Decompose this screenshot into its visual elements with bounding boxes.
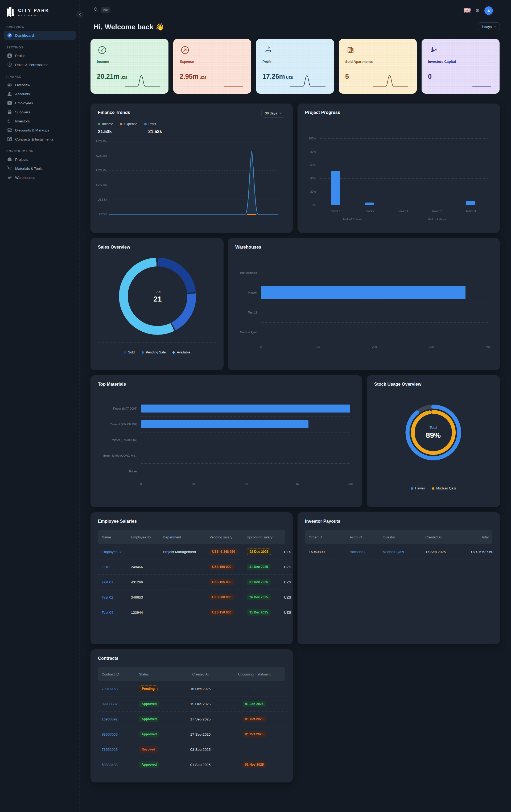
id-card-icon (7, 119, 12, 124)
user-avatar[interactable]: A (484, 6, 493, 15)
bar-cement-234234234[interactable] (141, 420, 309, 428)
gridline (141, 432, 350, 433)
sidebar-item-roles-permissions[interactable]: Roles & Permissions (4, 60, 76, 69)
sidebar-collapse-button[interactable] (76, 11, 83, 18)
cell-contract-id: 89983532 (98, 702, 135, 706)
cell-employee-id: 123944 (127, 611, 159, 614)
cell-status: Approved (135, 761, 175, 768)
card-title: Stock Usage Overview (374, 382, 421, 387)
row-label-test-11: Test 11 (228, 311, 257, 314)
sidebar-item-label: Overview (15, 83, 30, 87)
sidebar-nav: OVERVIEWDashboardSETTINGSProfileRoles & … (4, 26, 76, 182)
x-tick-label: 400 (481, 345, 495, 348)
stat-card-profit[interactable]: Profit17.26mUZS (256, 39, 334, 94)
search-shortcut-badge: ⌘K (101, 7, 110, 13)
bar-tower-3[interactable] (466, 201, 475, 205)
legend-item-haweli: Haweli (411, 487, 425, 490)
stat-card-expense[interactable]: Expense2.95mUZS (173, 39, 251, 94)
cell-upcoming-instalment: 01 Jan 2026 (226, 701, 283, 707)
column-header-total: Total (467, 535, 492, 539)
table-link[interactable]: Mudasir Qazi (383, 550, 404, 554)
bar-haweli[interactable] (261, 286, 465, 299)
badge-22-dec-2025: 22 Dec 2025 (247, 548, 271, 555)
stat-card-income[interactable]: Income20.21mUZS (90, 39, 168, 94)
table-link[interactable]: 60333488 (102, 763, 118, 767)
legend-dot (432, 487, 434, 490)
badge-01-nov-2025: 01 Nov 2025 (242, 761, 266, 768)
badge-01-oct-2025: 01 Oct 2025 (243, 716, 266, 722)
table-row: 16960892Approved17 Sep 202501 Oct 2025 (98, 712, 288, 727)
cell-name: Employee 3 (98, 550, 127, 554)
table-link[interactable]: 89983532 (102, 702, 118, 706)
sidebar-item-overview[interactable]: Overview (4, 80, 76, 89)
table-header: Contract IDStatusCreated AtUpcoming Inst… (98, 667, 285, 681)
sidebar-item-investors[interactable]: Investors (4, 117, 76, 126)
x-tick-label: 0 (134, 482, 148, 486)
x-tick-label: 0 (254, 345, 267, 348)
svg-text:UZS 0: UZS 0 (99, 213, 107, 216)
gridline (319, 152, 488, 152)
global-search[interactable]: ⌘K (94, 7, 110, 13)
legend-dot (98, 123, 100, 125)
svg-text:UZS 10k: UZS 10k (96, 183, 107, 186)
finance-legend-values: 21.53k21.53k (98, 129, 284, 136)
table-row: Test 01431266UZS 165 00031 Dec 2025UZS (98, 575, 293, 590)
bar-tower-2[interactable] (365, 203, 374, 205)
gridline (141, 463, 350, 464)
sidebar: CITY PARK RESIDENCE OVERVIEWDashboardSET… (0, 0, 80, 812)
y-tick-label: 0% (312, 203, 316, 206)
calendar-box-icon (7, 110, 12, 115)
sidebar-item-profile[interactable]: Profile (4, 51, 76, 60)
row-label-cement-234234234: Cement (234234234) (92, 423, 137, 426)
language-flag-icon[interactable] (464, 8, 471, 13)
table-link[interactable]: Employee 3 (102, 550, 120, 554)
bar-tower-1[interactable] (331, 171, 340, 205)
table-link[interactable]: 78552025 (102, 748, 118, 752)
row-label-mat-0007: Песок (MAT-0007) (92, 407, 137, 410)
settings-gear-icon[interactable]: ⚙ (475, 8, 480, 13)
sidebar-item-label: Profile (15, 54, 25, 58)
sidebar-item-discounts-markups[interactable]: Discounts & Markups (4, 126, 76, 135)
sidebar-item-dashboard[interactable]: Dashboard (4, 31, 76, 40)
cell-upcoming-salary: 26 Dec 2025 (243, 594, 280, 601)
sidebar-item-employees[interactable]: Employees (4, 98, 76, 108)
row-label-burj-alkhalifa: Burj Alkhalifa (228, 271, 257, 274)
sidebar-item-warehouses[interactable]: Warehouses (4, 173, 76, 182)
arrow-down-left-icon (97, 45, 108, 55)
sidebar-item-materials-tools[interactable]: Materials & Tools (4, 164, 76, 173)
brand-logo[interactable]: CITY PARK RESIDENCE (4, 5, 76, 20)
wallet-icon (7, 83, 12, 88)
sidebar-item-projects[interactable]: Projects (4, 155, 76, 164)
badge-uzs-165-000: UZS 165 000 (209, 579, 234, 585)
table-link[interactable]: 93607056 (102, 732, 118, 736)
stat-card-investors-capital[interactable]: Investors Capital0 (422, 39, 500, 94)
card-title: Project Progress (305, 110, 340, 115)
table-link[interactable]: Account 1 (350, 550, 366, 554)
bar-mat-0007[interactable] (141, 405, 350, 412)
table-link[interactable]: Test 04 (102, 611, 113, 614)
sidebar-item-contracts-instalments[interactable]: Contracts & Instalments (4, 135, 76, 144)
cart-icon (7, 166, 12, 171)
card-title: Top Materials (98, 382, 126, 387)
gridline (261, 263, 488, 263)
table-link[interactable]: Test 01 (102, 580, 113, 584)
finance-range-dropdown[interactable]: 30 days (261, 109, 285, 118)
card-title: Finance Trends (98, 110, 130, 115)
table-link[interactable]: Test 02 (102, 596, 113, 599)
table-link[interactable]: 16960892 (102, 717, 118, 721)
table-link[interactable]: 79016168 (102, 687, 118, 691)
legend-label: Income (102, 122, 113, 126)
badge-approved: Approved (139, 701, 160, 707)
cell-status: Approved (135, 701, 175, 707)
cell-pending-salary: UZS 150 000 (206, 609, 243, 616)
date-range-dropdown[interactable]: 7 days (478, 22, 500, 31)
cell-pending-salary: UZS 800 000 (206, 594, 243, 601)
table-link[interactable]: E101 (102, 565, 110, 569)
sidebar-item-suppliers[interactable]: Suppliers (4, 108, 76, 117)
sidebar-item-accounts[interactable]: Accounts (4, 89, 76, 98)
y-tick-label: 80% (310, 150, 316, 153)
legend-label: Expense (124, 122, 137, 126)
stat-sparkline (288, 73, 328, 88)
cell-contract-id: 16960892 (98, 717, 135, 721)
stat-card-sold-apartments[interactable]: Sold Apartments5 (339, 39, 417, 94)
